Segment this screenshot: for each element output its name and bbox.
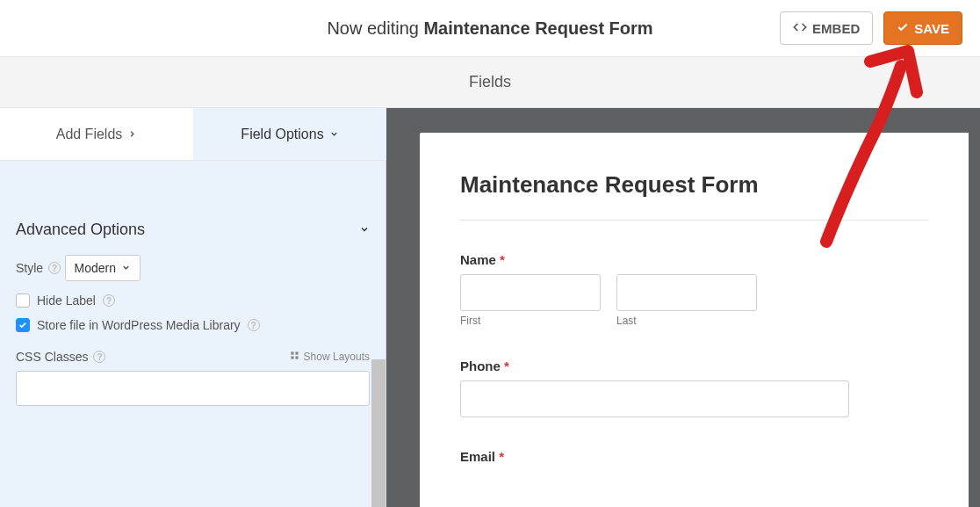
body: Add Fields Field Options Advanced Option… bbox=[0, 108, 980, 507]
save-label: SAVE bbox=[914, 21, 949, 36]
fields-header-label: Fields bbox=[469, 73, 511, 91]
editing-prefix: Now editing bbox=[327, 18, 423, 38]
sidebar-scrollbar[interactable] bbox=[371, 161, 386, 507]
phone-label: Phone * bbox=[460, 359, 928, 373]
required-asterisk: * bbox=[496, 252, 505, 267]
first-sublabel: First bbox=[460, 315, 601, 327]
embed-label: EMBED bbox=[812, 21, 860, 36]
page-title: Now editing Maintenance Request Form bbox=[327, 18, 652, 39]
tab-field-options[interactable]: Field Options bbox=[193, 108, 386, 161]
css-classes-label: CSS Classes bbox=[16, 350, 88, 364]
style-select[interactable]: Modern bbox=[65, 255, 141, 281]
top-bar: Now editing Maintenance Request Form EMB… bbox=[0, 0, 980, 57]
sidebar-content: Advanced Options Style ? Modern bbox=[0, 161, 386, 507]
help-icon[interactable]: ? bbox=[93, 351, 105, 363]
style-label: Style bbox=[16, 261, 43, 275]
svg-rect-3 bbox=[295, 356, 298, 359]
svg-rect-1 bbox=[295, 351, 298, 354]
store-file-row: Store file in WordPress Media Library ? bbox=[16, 318, 370, 332]
chevron-down-icon bbox=[329, 127, 339, 142]
sidebar: Add Fields Field Options Advanced Option… bbox=[0, 108, 386, 507]
check-icon bbox=[897, 21, 909, 36]
chevron-down-icon bbox=[359, 221, 370, 239]
advanced-options-toggle[interactable]: Advanced Options bbox=[16, 215, 370, 255]
help-icon[interactable]: ? bbox=[48, 262, 61, 274]
embed-button[interactable]: EMBED bbox=[780, 11, 873, 45]
tab-add-fields-label: Add Fields bbox=[56, 127, 123, 142]
tab-field-options-label: Field Options bbox=[241, 127, 323, 142]
help-icon[interactable]: ? bbox=[248, 319, 260, 331]
required-asterisk: * bbox=[501, 359, 509, 373]
css-classes-input[interactable] bbox=[16, 371, 370, 406]
last-name-input[interactable] bbox=[616, 274, 757, 311]
save-button[interactable]: SAVE bbox=[883, 11, 962, 45]
preview-area: Maintenance Request Form Name * First La… bbox=[386, 108, 980, 507]
store-file-text: Store file in WordPress Media Library bbox=[37, 318, 241, 332]
style-value: Modern bbox=[75, 261, 116, 275]
show-layouts-label: Show Layouts bbox=[304, 351, 370, 363]
svg-rect-2 bbox=[291, 356, 293, 359]
form-name: Maintenance Request Form bbox=[423, 18, 652, 38]
hide-label-text: Hide Label bbox=[37, 293, 96, 308]
sidebar-tabs: Add Fields Field Options bbox=[0, 108, 386, 161]
scrollbar-thumb[interactable] bbox=[371, 359, 386, 507]
name-label: Name * bbox=[460, 252, 928, 267]
form-title: Maintenance Request Form bbox=[460, 171, 928, 221]
topbar-actions: EMBED SAVE bbox=[780, 11, 962, 45]
chevron-down-icon bbox=[121, 261, 131, 275]
section-title: Advanced Options bbox=[16, 221, 145, 239]
store-file-checkbox[interactable] bbox=[16, 318, 30, 332]
fields-header: Fields bbox=[0, 57, 980, 108]
style-field: Style ? Modern bbox=[16, 255, 370, 281]
show-layouts-button[interactable]: Show Layouts bbox=[290, 351, 370, 363]
chevron-right-icon bbox=[127, 127, 137, 142]
name-inputs: First Last bbox=[460, 274, 928, 327]
first-name-input[interactable] bbox=[460, 274, 601, 311]
svg-rect-0 bbox=[291, 351, 293, 354]
css-classes-header: CSS Classes ? Show Layouts bbox=[16, 350, 370, 364]
grid-icon bbox=[290, 351, 299, 363]
email-label: Email * bbox=[460, 449, 928, 464]
tab-add-fields[interactable]: Add Fields bbox=[0, 108, 193, 161]
hide-label-row: Hide Label ? bbox=[16, 293, 370, 308]
required-asterisk: * bbox=[495, 449, 504, 464]
hide-label-checkbox[interactable] bbox=[16, 293, 30, 308]
last-sublabel: Last bbox=[616, 315, 757, 327]
preview-page: Maintenance Request Form Name * First La… bbox=[420, 133, 969, 507]
help-icon[interactable]: ? bbox=[103, 294, 115, 307]
phone-input[interactable] bbox=[460, 380, 849, 417]
code-icon bbox=[793, 20, 807, 37]
